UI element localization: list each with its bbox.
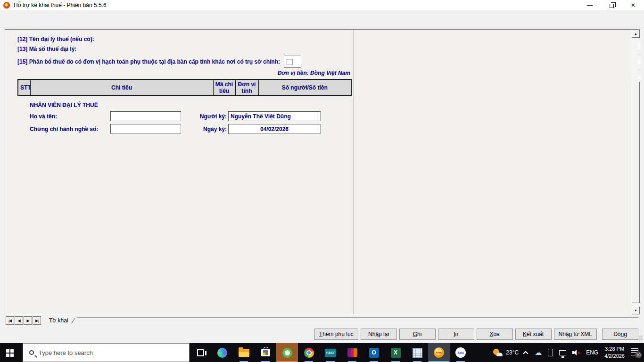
time: 3:28 PM — [604, 346, 625, 353]
fast-app-glyph: FAST — [325, 349, 336, 357]
winrar-icon[interactable] — [341, 343, 363, 362]
divider — [0, 27, 644, 27]
onedrive-icon[interactable]: ☁ — [535, 348, 542, 357]
ghi-button[interactable]: Ghi — [399, 329, 436, 340]
button-label-part: g — [624, 331, 627, 337]
tab-to-khai[interactable]: Tờ khai — [46, 317, 71, 324]
sheet-tab-strip: |◀ ◀ ▶ ▶| Tờ khai / — [5, 315, 640, 326]
tax-form: [12] Tên đại lý thuế (nếu có): [13] Mã s… — [5, 30, 354, 314]
temperature: 23°C — [506, 349, 519, 356]
app-window: Hỗ trợ kê khai thuế - Phiên bản 5.5.6 — … — [0, 0, 644, 343]
first-sheet-icon[interactable]: |◀ — [6, 316, 14, 325]
header-so-tien: Số người/Số tiền — [258, 80, 351, 96]
weather-icon — [493, 349, 503, 356]
file-explorer-icon[interactable] — [233, 343, 255, 362]
clock[interactable]: 3:28 PM 4/2/2026 — [604, 346, 625, 360]
system-tray: 23°C ☁ ✕ ENG 3:28 PM 4/2/2026 10 — [493, 343, 644, 362]
name-label: Họ và tên: — [30, 113, 110, 120]
window-title: Hỗ trợ kê khai thuế - Phiên bản 5.5.6 — [14, 2, 107, 8]
header-chi-tieu: Chỉ tiêu — [30, 80, 213, 96]
scrollbar-thumb[interactable] — [632, 82, 640, 303]
field-15-checkbox-frame — [284, 56, 301, 68]
search-icon — [29, 350, 34, 355]
excel-icon[interactable]: X — [385, 343, 406, 362]
language-indicator[interactable]: ENG — [586, 349, 598, 356]
taskbar: FASTOXhtkkZalo 23°C ☁ ✕ ENG 3:28 PM 4/2/… — [0, 343, 644, 362]
fast-app-icon[interactable]: FAST — [320, 343, 341, 362]
winrar-glyph — [347, 348, 357, 357]
dong-button[interactable]: Đóng — [602, 329, 638, 340]
scroll-down-icon[interactable]: ▼ — [632, 306, 640, 314]
nhap-lai-button[interactable]: Nhập lại — [361, 329, 397, 340]
calculator-grid-glyph — [413, 348, 422, 358]
field-12-label: [12] Tên đại lý thuế (nếu có): — [17, 36, 354, 42]
search-input[interactable] — [39, 349, 171, 356]
sign-date-input[interactable] — [228, 124, 321, 134]
copilot-icon[interactable] — [211, 343, 233, 362]
name-input[interactable] — [110, 111, 181, 121]
calculator-grid-icon[interactable] — [406, 343, 428, 362]
action-center-icon[interactable]: 10 — [631, 348, 640, 357]
field-15-checkbox[interactable] — [287, 59, 293, 65]
signer-input[interactable] — [228, 111, 321, 121]
htkk-icon[interactable]: htkk — [428, 343, 450, 362]
button-label-part: hêm phụ lục — [322, 331, 353, 337]
search-box[interactable] — [23, 343, 190, 362]
table-header-row: STT Chỉ tiêu Mã chi tiêu Đơn vị tính Số … — [18, 80, 351, 96]
vertical-scrollbar[interactable]: ▲ ▼ — [632, 30, 640, 314]
chrome-icon[interactable] — [298, 343, 320, 362]
tray-chevron-icon[interactable] — [523, 351, 528, 356]
prev-sheet-icon[interactable]: ◀ — [15, 316, 23, 325]
file-explorer-glyph — [239, 349, 249, 357]
zalo-glyph: Zalo — [455, 347, 466, 358]
button-label-part: G — [413, 331, 417, 337]
microsoft-store-icon[interactable] — [255, 343, 276, 362]
button-label-part: óa — [493, 331, 499, 337]
date: 4/2/2026 — [604, 353, 625, 360]
currency-note: Đơn vị tiền: Đồng Việt Nam — [17, 70, 350, 76]
header-stt: STT — [18, 80, 30, 96]
scroll-up-icon[interactable]: ▲ — [632, 30, 640, 38]
notification-badge: 10 — [635, 352, 642, 358]
agent-section: NHÂN VIÊN ĐẠI LÝ THUẾ Họ và tên: Người k… — [17, 102, 354, 134]
copilot-glyph — [217, 348, 227, 358]
task-view-icon[interactable] — [190, 343, 211, 362]
signer-label: Người ký: — [181, 113, 228, 120]
display-icon[interactable] — [559, 350, 566, 355]
divider — [77, 317, 638, 318]
outlook-icon[interactable]: O — [363, 343, 385, 362]
nhap-tu-xml-button[interactable]: Nhập từ XML — [554, 329, 597, 340]
next-sheet-icon[interactable]: ▶ — [24, 316, 32, 325]
close-button[interactable]: ✕ — [622, 0, 644, 10]
chrome-glyph — [304, 348, 314, 358]
agent-heading: NHÂN VIÊN ĐẠI LÝ THUẾ — [30, 102, 354, 108]
weather-widget[interactable]: 23°C — [493, 349, 519, 356]
field-15-label: [15] Phân bổ thuế do có đơn vị hạch toán… — [17, 58, 280, 65]
htkk-glyph: htkk — [434, 347, 444, 358]
outlook-glyph: O — [369, 348, 379, 358]
last-sheet-icon[interactable]: ▶| — [33, 316, 41, 325]
restore-icon — [610, 4, 614, 8]
htkk-app-icon — [3, 2, 10, 8]
button-label-part: n — [455, 331, 458, 337]
in-button[interactable]: In — [438, 329, 474, 340]
ket-xuat-button[interactable]: Kết xuất — [515, 329, 552, 340]
excel-glyph: X — [391, 348, 401, 358]
phone-link-icon[interactable] — [548, 349, 553, 356]
resize-grip[interactable] — [639, 336, 643, 341]
coccoc-browser-icon[interactable] — [276, 343, 298, 362]
them-phu-luc-button[interactable]: Thêm phụ lục — [314, 329, 358, 340]
minimize-button[interactable]: — — [579, 0, 601, 10]
certificate-input[interactable] — [110, 124, 181, 134]
xoa-button[interactable]: Xóa — [477, 329, 513, 340]
certificate-label: Chứng chỉ hành nghề số: — [30, 126, 110, 132]
zalo-icon[interactable]: Zalo — [450, 343, 471, 362]
task-view-glyph — [197, 349, 204, 356]
field-13-label: [13] Mã số thuế đại lý: — [17, 46, 354, 52]
button-label-part: Đó — [613, 331, 620, 337]
start-button[interactable] — [0, 343, 23, 362]
title-bar: Hỗ trợ kê khai thuế - Phiên bản 5.5.6 — … — [0, 0, 644, 10]
restore-button[interactable] — [601, 0, 622, 10]
volume-muted-icon[interactable]: ✕ — [572, 349, 580, 356]
sign-date-label: Ngày ký: — [181, 126, 228, 132]
